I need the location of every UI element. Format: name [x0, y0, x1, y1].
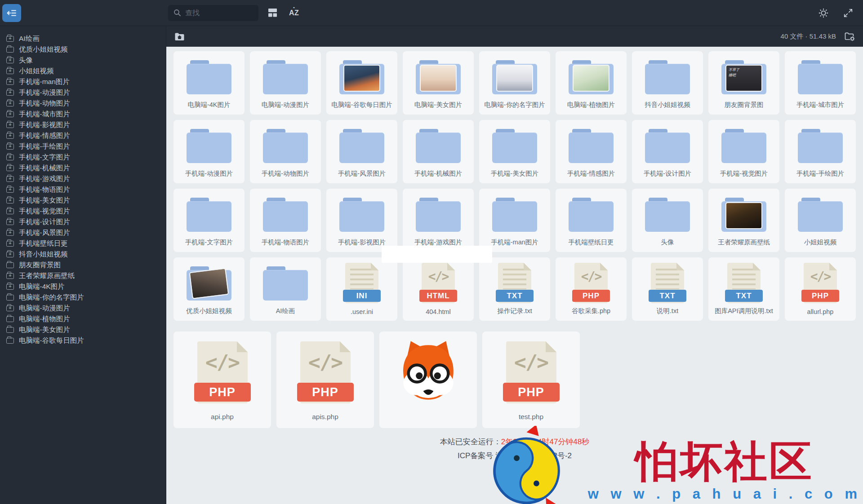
folder-expand-icon	[6, 198, 14, 203]
grid-tile[interactable]: 手机端-动漫图片	[173, 120, 245, 183]
tile-label: 手机端-情感图片	[567, 169, 615, 178]
folder-icon	[187, 265, 231, 301]
grid-tile[interactable]: TXT 操作记录.txt	[479, 257, 550, 321]
tile-label: 抖音小姐姐视频	[645, 101, 690, 109]
grid-tile[interactable]: 手机端-设计图片	[632, 120, 703, 183]
sidebar-item[interactable]: 王者荣耀原画壁纸	[6, 270, 162, 281]
tile-label: apis.php	[312, 413, 338, 421]
grid-tile[interactable]: </> PHP 谷歌采集.php	[556, 257, 627, 321]
folder-settings-icon[interactable]	[844, 31, 855, 41]
grid-tile[interactable]: AI绘画	[250, 257, 321, 321]
sidebar-item[interactable]: 朋友圈背景图	[6, 260, 162, 270]
grid-tile[interactable]: 电脑端-动漫图片	[250, 51, 321, 115]
sidebar-item[interactable]: 手机端-城市图片	[6, 109, 162, 119]
sidebar-item[interactable]: 手机端-物语图片	[6, 184, 162, 195]
grid-tile[interactable]: 手机端-美女图片	[479, 120, 550, 183]
file-type-badge: TXT	[496, 290, 534, 302]
sidebar-item[interactable]: 抖音小姐姐视频	[6, 249, 162, 260]
folder-icon	[492, 128, 537, 163]
grid-tile[interactable]: 手机端-城市图片	[785, 51, 856, 115]
code-glyph: </>	[804, 269, 837, 284]
grid-tile[interactable]: 手机端-风景图片	[326, 120, 397, 183]
grid-tile[interactable]: 电脑端-植物图片	[556, 51, 627, 115]
grid-tile[interactable]: 手机端-动物图片	[250, 120, 321, 183]
sidebar-item[interactable]: 手机端-美女图片	[6, 195, 162, 206]
tile-label: 电脑端-你的名字图片	[484, 101, 545, 109]
grid-tile[interactable]: 电脑端-美女图片	[403, 51, 474, 115]
grid-tile[interactable]: </> HTML 404.html	[403, 257, 474, 321]
grid-tile[interactable]: 电脑端-你的名字图片	[479, 51, 550, 115]
grid-tile[interactable]: 王者荣耀原画壁纸	[708, 189, 779, 252]
sidebar-item[interactable]: 电脑端-4K图片	[6, 281, 162, 292]
sidebar-item[interactable]: 手机端-设计图片	[6, 217, 162, 227]
grid-tile[interactable]: TXT 图库API调用说明.txt	[708, 257, 779, 321]
folder-thumbnail	[496, 65, 533, 92]
sidebar-item[interactable]: 手机端-文字图片	[6, 152, 162, 163]
sidebar-item[interactable]: 手机端-man图片	[6, 76, 162, 87]
grid-tile[interactable]: TXT 说明.txt	[632, 257, 703, 321]
grid-tile-large[interactable]: </> PHP	[482, 332, 580, 428]
file-icon: </> PHP	[804, 263, 837, 303]
sidebar-item[interactable]: 手机端-视觉图片	[6, 206, 162, 217]
grid-tile[interactable]: 不早了 睡吧 朋友圈背景图	[708, 51, 779, 115]
sort-az-icon[interactable]: AZ	[289, 9, 299, 17]
folder-icon	[569, 59, 614, 94]
sidebar-item[interactable]: 电脑端-植物图片	[6, 314, 162, 324]
view-grid-icon[interactable]	[268, 9, 277, 17]
sidebar-item[interactable]: 手机端-动物图片	[6, 98, 162, 109]
folder-expand-icon	[6, 47, 14, 53]
grid-tile[interactable]: INI .user.ini	[326, 257, 397, 321]
fullscreen-icon[interactable]	[843, 8, 853, 18]
grid-tile[interactable]: 手机端-手绘图片	[785, 120, 856, 183]
sidebar-item[interactable]: 手机端-游戏图片	[6, 173, 162, 184]
grid-tile-large[interactable]: </> PHP	[173, 332, 271, 428]
sidebar-item[interactable]: 电脑端-美女图片	[6, 324, 162, 335]
folder-expand-icon	[6, 208, 14, 214]
grid-tile[interactable]: 小姐姐视频	[785, 189, 856, 252]
theme-toggle-sun-icon[interactable]	[818, 8, 829, 18]
home-folder-icon[interactable]	[174, 32, 185, 41]
grid-tile[interactable]: 手机端-影视图片	[326, 189, 397, 252]
grid-tile[interactable]: 电脑端-4K图片	[173, 51, 245, 115]
grid-tile[interactable]: 手机端-视觉图片	[708, 120, 779, 183]
grid-tile[interactable]: 抖音小姐姐视频	[632, 51, 703, 115]
folder-thumbnail	[420, 65, 457, 92]
sidebar-item[interactable]: 优质小姐姐视频	[6, 44, 162, 55]
sidebar-item[interactable]: 电脑端-谷歌每日图片	[6, 335, 162, 346]
grid-tile[interactable]: 手机端-man图片	[479, 189, 550, 252]
folder-expand-icon	[6, 165, 14, 171]
grid-tile[interactable]: 手机端-机械图片	[403, 120, 474, 183]
grid-tile[interactable]: 手机端-物语图片	[250, 189, 321, 252]
grid-tile[interactable]: 优质小姐姐视频	[173, 257, 245, 321]
tile-label: 手机端-动漫图片	[185, 169, 233, 178]
grid-tile-large[interactable]: </> PHP	[276, 332, 374, 428]
folder-icon	[569, 128, 614, 163]
grid-tile[interactable]: 手机端-文字图片	[173, 189, 245, 252]
sidebar-item[interactable]: 手机端-机械图片	[6, 163, 162, 173]
sidebar-item[interactable]: 手机端-动漫图片	[6, 87, 162, 98]
sidebar-item[interactable]: 手机端壁纸日更	[6, 238, 162, 249]
sidebar-item[interactable]: 手机端-影视图片	[6, 119, 162, 130]
grid-tile[interactable]: 手机端-游戏图片	[403, 189, 474, 252]
grid-tile[interactable]: 手机端壁纸日更	[556, 189, 627, 252]
grid-tile[interactable]: </> PHP allurl.php	[785, 257, 856, 321]
code-glyph: </>	[197, 350, 248, 374]
collapse-sidebar-button[interactable]	[2, 4, 21, 22]
search-input[interactable]	[185, 9, 253, 17]
folder-expand-icon	[6, 187, 14, 193]
sidebar-item[interactable]: 手机端-手绘图片	[6, 141, 162, 152]
sidebar-item[interactable]: 头像	[6, 55, 162, 66]
sidebar-item[interactable]: AI绘画	[6, 33, 162, 44]
grid-tile[interactable]: 电脑端-谷歌每日图片	[326, 51, 397, 115]
grid-tile[interactable]: 手机端-情感图片	[556, 120, 627, 183]
sidebar-item[interactable]: 小姐姐视频	[6, 66, 162, 76]
sidebar-item[interactable]: 电脑端-你的名字图片	[6, 292, 162, 303]
document-lines	[503, 269, 526, 289]
tile-label: 王者荣耀原画壁纸	[718, 238, 770, 247]
sidebar-item[interactable]: 电脑端-动漫图片	[6, 303, 162, 314]
grid-tile[interactable]: 头像	[632, 189, 703, 252]
sidebar-item[interactable]: 手机端-情感图片	[6, 130, 162, 141]
grid-tile-large[interactable]	[379, 332, 477, 428]
search-box[interactable]	[168, 5, 258, 21]
sidebar-item[interactable]: 手机端-风景图片	[6, 227, 162, 238]
